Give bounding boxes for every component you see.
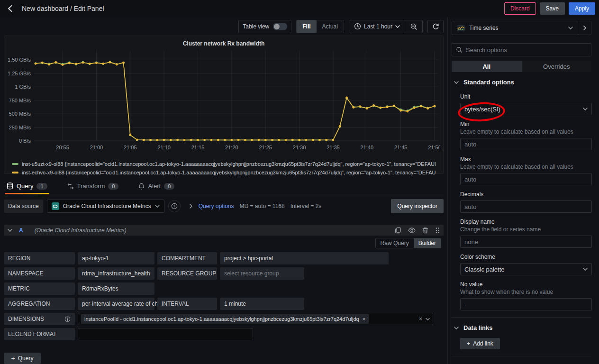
legend-label: inst-echvo-x9-ol88 {instancepoolid="ocid… — [22, 170, 436, 175]
svg-text:0 B/s: 0 B/s — [19, 138, 31, 144]
compartment-field-label: COMPARTMENT — [157, 252, 217, 264]
tab-all[interactable]: All — [452, 61, 522, 72]
fill-option[interactable]: Fill — [297, 20, 316, 33]
svg-text:21:15: 21:15 — [191, 145, 205, 150]
legend-swatch — [12, 163, 18, 165]
metric-select[interactable]: RdmaRxBytes — [78, 282, 154, 295]
value-mappings-header[interactable]: Value mappings — [452, 356, 591, 364]
tab-query-label: Query — [17, 182, 33, 190]
svg-text:250 MB/s: 250 MB/s — [9, 125, 31, 130]
legend-format-input[interactable] — [78, 328, 253, 340]
datasource-select[interactable]: Oracle Cloud Infrastructure Metrics — [47, 200, 164, 213]
namespace-field-label: NAMESPACE — [4, 267, 75, 280]
color-scheme-label: Color scheme — [460, 254, 591, 260]
datasource-row: Data source Oracle Cloud Infrastructure … — [4, 199, 444, 213]
query-mode-row: Raw Query Builder — [4, 236, 444, 248]
metric-field-label: METRIC — [4, 282, 75, 295]
remove-tag-icon[interactable]: × — [363, 316, 365, 322]
legend-item[interactable]: inst-u5uzt-x9-ol88 {instancepoolid="ocid… — [12, 160, 436, 168]
display-name-input[interactable] — [460, 236, 592, 248]
compartment-select[interactable]: project > hpc-portal — [220, 252, 389, 264]
disable-query-eye-icon[interactable] — [408, 228, 416, 233]
no-value-input[interactable] — [460, 298, 592, 310]
unit-select[interactable]: bytes/sec(SI) — [460, 103, 592, 115]
zoom-out-icon — [410, 23, 417, 30]
options-search[interactable] — [452, 43, 591, 56]
viz-toolbar: Table view Fill Actual Last 1 hour — [4, 17, 444, 36]
raw-query-option[interactable]: Raw Query — [376, 238, 414, 248]
svg-text:20:55: 20:55 — [56, 145, 69, 150]
refresh-button[interactable] — [427, 20, 444, 33]
query-ref-id[interactable]: A — [19, 227, 23, 234]
query-inspector-button[interactable]: Query inspector — [391, 199, 444, 213]
tab-transform[interactable]: Transform 0 — [65, 182, 121, 194]
back-arrow-icon[interactable] — [4, 2, 17, 15]
datasource-help-icon[interactable]: ? — [168, 200, 181, 212]
color-scheme-select[interactable]: Classic palette — [460, 263, 592, 275]
max-input[interactable] — [460, 173, 592, 185]
data-links-section: Data links + Add link — [452, 318, 591, 349]
display-name-label: Display name — [460, 218, 591, 225]
tab-query[interactable]: Query 1 — [5, 182, 49, 194]
standard-options-header[interactable]: Standard options — [452, 72, 591, 88]
discard-button[interactable]: Discard — [504, 2, 536, 15]
plus-icon: + — [11, 355, 15, 362]
info-icon — [64, 316, 71, 322]
query-tabs: Query 1 Transform 0 Alert 0 — [4, 181, 444, 194]
time-range-picker: Last 1 hour — [349, 20, 423, 33]
resource-group-select[interactable]: select resource group — [220, 267, 304, 280]
app-header: New dashboard / Edit Panel Discard Save … — [0, 0, 599, 17]
max-label: Max — [460, 156, 591, 163]
aggregation-select[interactable]: per-interval average rate of change — [78, 298, 154, 310]
legend-item[interactable]: inst-echvo-x9-ol88 {instancepoolid="ocid… — [12, 168, 436, 177]
namespace-select[interactable]: rdma_infrastructure_health — [78, 267, 154, 280]
chart-legend: inst-u5uzt-x9-ol88 {instancepoolid="ocid… — [8, 158, 439, 177]
add-query-button[interactable]: + Query — [4, 353, 41, 364]
tab-alert[interactable]: Alert 0 — [136, 182, 176, 194]
svg-text:21:00: 21:00 — [90, 145, 103, 150]
collapse-chevron-icon[interactable] — [8, 228, 12, 232]
apply-button[interactable]: Apply — [569, 2, 595, 15]
save-button[interactable]: Save — [540, 2, 565, 15]
drag-handle-icon[interactable] — [435, 227, 440, 234]
query-options-link[interactable]: Query options — [199, 203, 234, 209]
duplicate-query-icon[interactable] — [395, 227, 401, 234]
legend-label: inst-u5uzt-x9-ol88 {instancepoolid="ocid… — [22, 161, 436, 167]
dimensions-input[interactable]: instancePoolId - ocid1.instancepool.oc1.… — [78, 313, 433, 325]
add-link-button[interactable]: + Add link — [460, 338, 500, 349]
tab-transform-label: Transform — [77, 182, 105, 190]
visualization-select[interactable]: Time series — [452, 21, 578, 35]
builder-option[interactable]: Builder — [414, 238, 441, 248]
timeseries-chart[interactable]: 0 B/s250 MB/s500 MB/s750 MB/s1 GB/s1.25 … — [8, 48, 440, 158]
actual-option[interactable]: Actual — [317, 20, 344, 33]
svg-text:21:05: 21:05 — [124, 145, 137, 150]
dimension-tag: instancePoolId - ocid1.instancepool.oc1.… — [81, 314, 369, 324]
chevron-down-icon[interactable] — [426, 318, 430, 321]
time-range-button[interactable]: Last 1 hour — [349, 20, 405, 33]
datasource-label: Data source — [4, 200, 43, 213]
delete-query-trash-icon[interactable] — [422, 227, 428, 234]
options-search-input[interactable] — [466, 46, 587, 54]
tab-overrides[interactable]: Overrides — [522, 61, 592, 72]
region-field-label: REGION — [4, 252, 75, 264]
svg-text:?: ? — [173, 204, 176, 209]
min-input[interactable] — [460, 138, 592, 150]
min-description: Leave empty to calculate based on all va… — [460, 128, 591, 135]
decimals-input[interactable] — [460, 200, 592, 213]
svg-text:21:20: 21:20 — [225, 145, 238, 150]
query-datasource-name: (Oracle Cloud Infrastructure Metrics) — [35, 227, 127, 234]
collapse-pane-button[interactable] — [578, 21, 591, 35]
table-view-toggle[interactable] — [273, 23, 287, 30]
chevron-right-icon[interactable] — [189, 204, 193, 209]
query-mode-segment: Raw Query Builder — [375, 238, 441, 248]
interval-select[interactable]: 1 minute — [220, 298, 304, 310]
max-description: Leave empty to calculate based on all va… — [460, 164, 591, 170]
region-select[interactable]: ap-tokyo-1 — [78, 252, 154, 264]
svg-text:21:40: 21:40 — [361, 145, 374, 150]
zoom-out-button[interactable] — [405, 20, 422, 33]
clear-dimensions-icon[interactable]: × — [419, 316, 422, 322]
transform-icon — [67, 183, 74, 190]
data-links-header[interactable]: Data links — [452, 318, 591, 333]
query-row-header[interactable]: A (Oracle Cloud Infrastructure Metrics) — [4, 225, 444, 236]
display-name-description: Change the field or series name — [460, 226, 591, 233]
